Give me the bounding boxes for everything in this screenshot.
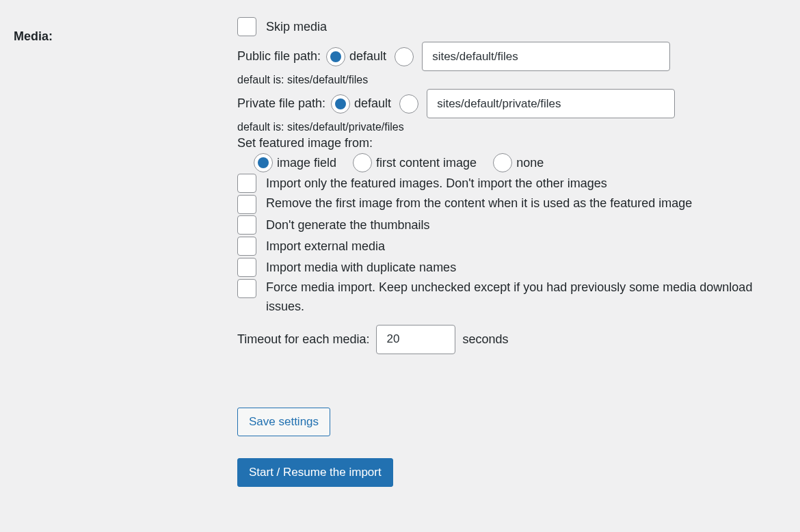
timeout-suffix: seconds [462, 332, 508, 347]
private-path-default-label: default [354, 96, 391, 111]
start-import-button[interactable]: Start / Resume the import [237, 458, 393, 487]
skip-media-label: Skip media [266, 20, 327, 34]
private-path-input[interactable] [427, 89, 675, 118]
private-path-label: Private file path: [237, 96, 325, 111]
dup-names-checkbox[interactable] [237, 258, 256, 277]
featured-image-field-radio[interactable] [254, 153, 273, 172]
private-path-custom-radio[interactable] [399, 94, 418, 114]
force-import-label: Force media import. Keep unchecked excep… [266, 280, 752, 313]
dup-names-label: Import media with duplicate names [266, 261, 456, 275]
featured-none-label: none [516, 156, 544, 170]
featured-first-content-label: first content image [376, 156, 477, 170]
ext-media-label: Import external media [266, 239, 385, 254]
private-path-default-radio[interactable] [331, 94, 350, 114]
public-path-hint: default is: sites/default/files [237, 74, 773, 86]
ext-media-checkbox[interactable] [237, 237, 256, 256]
featured-first-content-radio[interactable] [353, 153, 372, 172]
public-path-input[interactable] [422, 42, 670, 71]
no-thumbs-label: Don't generate the thumbnails [266, 218, 430, 232]
force-import-checkbox[interactable] [237, 279, 256, 298]
featured-image-field-label: image field [277, 156, 336, 170]
remove-first-label: Remove the first image from the content … [266, 196, 692, 210]
media-settings: Skip media Public file path: default def… [237, 17, 800, 487]
private-path-hint: default is: sites/default/private/files [237, 121, 773, 133]
save-settings-button[interactable]: Save settings [237, 408, 330, 436]
public-path-default-radio[interactable] [326, 47, 345, 66]
section-label: Media: [0, 17, 237, 44]
featured-none-radio[interactable] [493, 153, 512, 172]
timeout-label: Timeout for each media: [237, 332, 369, 347]
timeout-input[interactable] [376, 325, 455, 354]
featured-label: Set featured image from: [237, 136, 773, 150]
public-path-custom-radio[interactable] [395, 47, 414, 66]
no-thumbs-checkbox[interactable] [237, 215, 256, 235]
only-featured-checkbox[interactable] [237, 174, 256, 193]
public-path-label: Public file path: [237, 49, 321, 64]
remove-first-checkbox[interactable] [237, 195, 256, 214]
only-featured-label: Import only the featured images. Don't i… [266, 176, 607, 191]
public-path-default-label: default [349, 49, 386, 64]
skip-media-checkbox[interactable] [237, 17, 256, 36]
